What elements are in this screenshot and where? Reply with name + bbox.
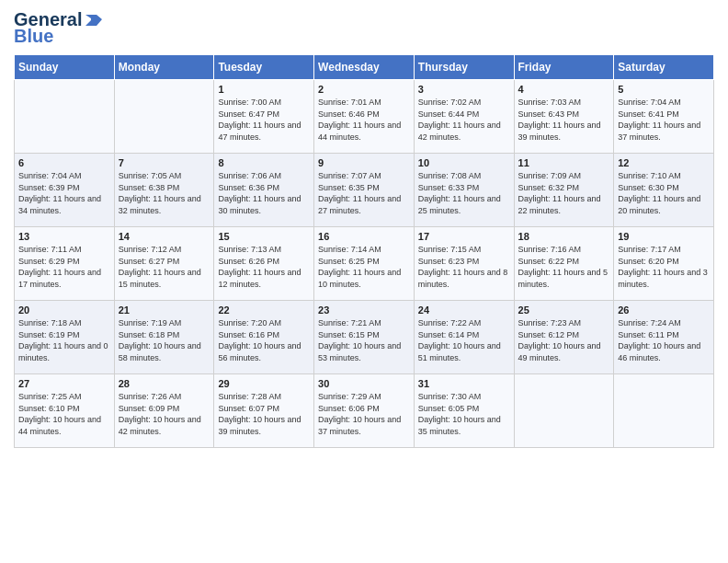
calendar-cell: 29Sunrise: 7:28 AMSunset: 6:07 PMDayligh… (214, 374, 314, 448)
day-info: Sunrise: 7:02 AMSunset: 6:44 PMDaylight:… (418, 97, 510, 143)
calendar-cell: 10Sunrise: 7:08 AMSunset: 6:33 PMDayligh… (414, 154, 514, 227)
week-row-5: 27Sunrise: 7:25 AMSunset: 6:10 PMDayligh… (15, 374, 714, 448)
logo: General Blue (14, 9, 104, 47)
calendar-cell (514, 374, 614, 448)
calendar-cell: 11Sunrise: 7:09 AMSunset: 6:32 PMDayligh… (514, 154, 614, 227)
day-number: 13 (18, 231, 110, 242)
day-number: 22 (218, 304, 310, 316)
day-info: Sunrise: 7:09 AMSunset: 6:32 PMDaylight:… (518, 170, 610, 216)
day-info: Sunrise: 7:21 AMSunset: 6:15 PMDaylight:… (318, 317, 410, 363)
calendar-table: SundayMondayTuesdayWednesdayThursdayFrid… (14, 54, 714, 448)
day-number: 11 (518, 157, 610, 168)
calendar-cell: 25Sunrise: 7:23 AMSunset: 6:12 PMDayligh… (514, 301, 614, 374)
calendar-cell: 8Sunrise: 7:06 AMSunset: 6:36 PMDaylight… (214, 154, 314, 227)
calendar-cell: 20Sunrise: 7:18 AMSunset: 6:19 PMDayligh… (15, 301, 115, 374)
calendar-cell: 17Sunrise: 7:15 AMSunset: 6:23 PMDayligh… (414, 227, 514, 301)
calendar-cell: 30Sunrise: 7:29 AMSunset: 6:06 PMDayligh… (314, 374, 415, 448)
day-info: Sunrise: 7:03 AMSunset: 6:43 PMDaylight:… (518, 97, 610, 143)
day-info: Sunrise: 7:15 AMSunset: 6:23 PMDaylight:… (418, 244, 510, 290)
day-number: 31 (418, 378, 510, 389)
calendar-cell (114, 80, 214, 154)
day-info: Sunrise: 7:08 AMSunset: 6:33 PMDaylight:… (418, 170, 510, 216)
header-row: SundayMondayTuesdayWednesdayThursdayFrid… (15, 55, 714, 80)
calendar-cell: 19Sunrise: 7:17 AMSunset: 6:20 PMDayligh… (614, 227, 714, 301)
day-info: Sunrise: 7:04 AMSunset: 6:39 PMDaylight:… (18, 170, 110, 216)
day-number: 27 (18, 378, 110, 389)
day-info: Sunrise: 7:29 AMSunset: 6:06 PMDaylight:… (318, 391, 410, 437)
day-number: 18 (518, 231, 610, 242)
day-info: Sunrise: 7:22 AMSunset: 6:14 PMDaylight:… (418, 317, 510, 363)
day-info: Sunrise: 7:00 AMSunset: 6:47 PMDaylight:… (218, 97, 310, 143)
calendar-cell: 5Sunrise: 7:04 AMSunset: 6:41 PMDaylight… (614, 80, 714, 154)
day-info: Sunrise: 7:20 AMSunset: 6:16 PMDaylight:… (218, 317, 310, 363)
calendar-cell: 3Sunrise: 7:02 AMSunset: 6:44 PMDaylight… (414, 80, 514, 154)
day-info: Sunrise: 7:12 AMSunset: 6:27 PMDaylight:… (119, 244, 210, 290)
day-info: Sunrise: 7:10 AMSunset: 6:30 PMDaylight:… (618, 170, 710, 216)
day-number: 28 (119, 378, 210, 389)
day-number: 20 (18, 304, 110, 316)
day-info: Sunrise: 7:06 AMSunset: 6:36 PMDaylight:… (218, 170, 310, 216)
week-row-3: 13Sunrise: 7:11 AMSunset: 6:29 PMDayligh… (15, 227, 714, 301)
day-info: Sunrise: 7:16 AMSunset: 6:22 PMDaylight:… (518, 244, 610, 290)
calendar-cell: 22Sunrise: 7:20 AMSunset: 6:16 PMDayligh… (214, 301, 314, 374)
calendar-cell: 15Sunrise: 7:13 AMSunset: 6:26 PMDayligh… (214, 227, 314, 301)
calendar-cell: 16Sunrise: 7:14 AMSunset: 6:25 PMDayligh… (314, 227, 415, 301)
day-number: 23 (318, 304, 410, 316)
day-info: Sunrise: 7:23 AMSunset: 6:12 PMDaylight:… (518, 317, 610, 363)
day-number: 19 (618, 231, 710, 242)
logo-arrow-icon (84, 9, 104, 29)
calendar-cell: 12Sunrise: 7:10 AMSunset: 6:30 PMDayligh… (614, 154, 714, 227)
day-number: 16 (318, 231, 410, 242)
calendar-cell: 13Sunrise: 7:11 AMSunset: 6:29 PMDayligh… (15, 227, 115, 301)
day-info: Sunrise: 7:30 AMSunset: 6:05 PMDaylight:… (418, 391, 510, 437)
day-info: Sunrise: 7:28 AMSunset: 6:07 PMDaylight:… (218, 391, 310, 437)
weekday-header-sunday: Sunday (15, 55, 115, 80)
calendar-cell: 27Sunrise: 7:25 AMSunset: 6:10 PMDayligh… (15, 374, 115, 448)
day-number: 17 (418, 231, 510, 242)
calendar-cell: 28Sunrise: 7:26 AMSunset: 6:09 PMDayligh… (114, 374, 214, 448)
day-number: 6 (18, 157, 110, 168)
day-number: 3 (418, 84, 510, 95)
logo-blue: Blue (14, 26, 53, 46)
weekday-header-tuesday: Tuesday (214, 55, 314, 80)
day-number: 5 (618, 84, 710, 95)
day-info: Sunrise: 7:18 AMSunset: 6:19 PMDaylight:… (18, 317, 110, 363)
page-header: General Blue (14, 9, 714, 47)
weekday-header-monday: Monday (114, 55, 214, 80)
calendar-cell: 4Sunrise: 7:03 AMSunset: 6:43 PMDaylight… (514, 80, 614, 154)
calendar-cell: 14Sunrise: 7:12 AMSunset: 6:27 PMDayligh… (114, 227, 214, 301)
day-info: Sunrise: 7:13 AMSunset: 6:26 PMDaylight:… (218, 244, 310, 290)
calendar-cell: 7Sunrise: 7:05 AMSunset: 6:38 PMDaylight… (114, 154, 214, 227)
day-info: Sunrise: 7:24 AMSunset: 6:11 PMDaylight:… (618, 317, 710, 363)
day-info: Sunrise: 7:05 AMSunset: 6:38 PMDaylight:… (119, 170, 210, 216)
calendar-cell: 2Sunrise: 7:01 AMSunset: 6:46 PMDaylight… (314, 80, 415, 154)
day-number: 7 (119, 157, 210, 168)
day-number: 12 (618, 157, 710, 168)
day-number: 15 (218, 231, 310, 242)
calendar-cell: 24Sunrise: 7:22 AMSunset: 6:14 PMDayligh… (414, 301, 514, 374)
week-row-1: 1Sunrise: 7:00 AMSunset: 6:47 PMDaylight… (15, 80, 714, 154)
calendar-cell: 21Sunrise: 7:19 AMSunset: 6:18 PMDayligh… (114, 301, 214, 374)
calendar-cell: 23Sunrise: 7:21 AMSunset: 6:15 PMDayligh… (314, 301, 415, 374)
weekday-header-wednesday: Wednesday (314, 55, 415, 80)
day-number: 25 (518, 304, 610, 316)
day-number: 24 (418, 304, 510, 316)
day-number: 10 (418, 157, 510, 168)
calendar-cell: 26Sunrise: 7:24 AMSunset: 6:11 PMDayligh… (614, 301, 714, 374)
week-row-2: 6Sunrise: 7:04 AMSunset: 6:39 PMDaylight… (15, 154, 714, 227)
svg-marker-0 (85, 15, 102, 26)
day-info: Sunrise: 7:19 AMSunset: 6:18 PMDaylight:… (119, 317, 210, 363)
day-number: 30 (318, 378, 410, 389)
day-number: 26 (618, 304, 710, 316)
day-number: 4 (518, 84, 610, 95)
day-number: 9 (318, 157, 410, 168)
day-number: 21 (119, 304, 210, 316)
weekday-header-saturday: Saturday (614, 55, 714, 80)
day-number: 1 (218, 84, 310, 95)
weekday-header-friday: Friday (514, 55, 614, 80)
day-info: Sunrise: 7:04 AMSunset: 6:41 PMDaylight:… (618, 97, 710, 143)
day-number: 2 (318, 84, 410, 95)
calendar-cell (614, 374, 714, 448)
calendar-cell (15, 80, 115, 154)
day-info: Sunrise: 7:11 AMSunset: 6:29 PMDaylight:… (18, 244, 110, 290)
